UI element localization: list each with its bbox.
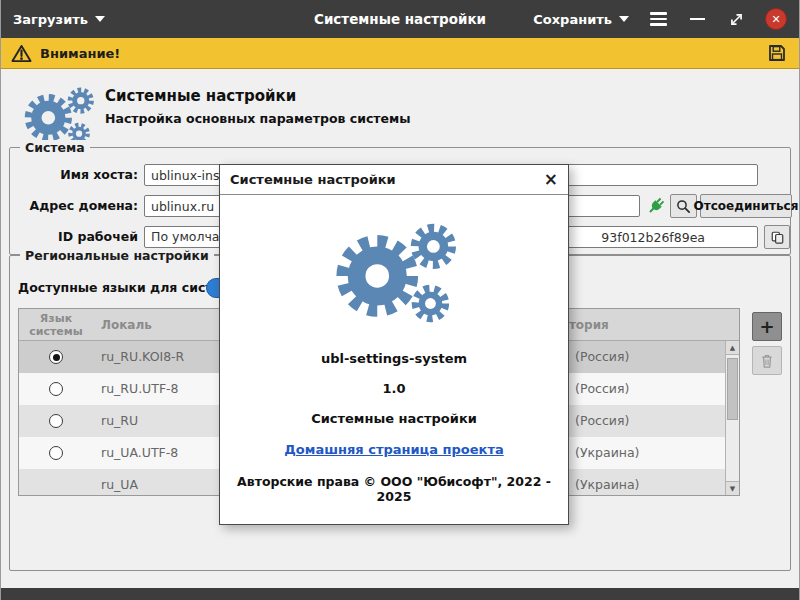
dialog-gears-icon <box>320 209 468 337</box>
warning-icon <box>11 44 32 63</box>
dialog-titlebar: Системные настройки × <box>220 165 568 195</box>
radio-button[interactable] <box>49 382 63 396</box>
radio-button[interactable] <box>49 414 63 428</box>
plug-connected-icon <box>647 197 665 215</box>
hamburger-icon <box>650 12 667 26</box>
delete-locale-button[interactable] <box>752 346 782 375</box>
minimize-icon <box>690 18 705 21</box>
floppy-icon <box>767 43 787 63</box>
radio-button[interactable] <box>49 350 63 364</box>
hostname-label: Имя хоста: <box>10 164 138 186</box>
titlebar: Загрузить Системные настройки Сохранить <box>1 0 799 38</box>
page-subtitle: Настройка основных параметров системы <box>105 111 411 126</box>
dialog-version: 1.0 <box>220 381 568 396</box>
menu-button[interactable] <box>648 9 668 29</box>
scrollbar-thumb[interactable] <box>727 358 738 420</box>
load-button-label: Загрузить <box>13 12 88 27</box>
chevron-down-icon <box>619 16 629 22</box>
add-locale-button[interactable]: + <box>752 312 782 341</box>
dialog-title: Системные настройки <box>230 172 396 187</box>
dialog-copyright: Авторские права © ООО "Юбисофт", 2022 - … <box>220 474 568 504</box>
plus-icon: + <box>759 316 774 337</box>
radio-cell <box>19 373 93 405</box>
dialog-app-title: Системные настройки <box>220 411 568 426</box>
disconnect-button[interactable]: Отсоединиться <box>700 194 792 218</box>
minimize-button[interactable] <box>687 9 707 29</box>
table-scrollbar[interactable]: ▲ ▼ <box>725 341 739 495</box>
save-button[interactable]: Сохранить <box>533 12 629 27</box>
homepage-link[interactable]: Домашняя страница проекта <box>284 442 503 457</box>
app-window: Загрузить Системные настройки Сохранить <box>0 0 800 600</box>
close-button[interactable]: ✕ <box>765 8 787 30</box>
copy-id-button[interactable] <box>764 225 790 249</box>
radio-button[interactable] <box>49 446 63 460</box>
load-button[interactable]: Загрузить <box>13 12 105 27</box>
disconnect-button-label: Отсоединиться <box>694 199 799 213</box>
dialog-close-button[interactable]: × <box>544 171 558 188</box>
about-dialog: Системные настройки × ubl-settings-syste… <box>219 164 569 525</box>
search-icon <box>676 199 691 214</box>
system-group-legend: Система <box>20 140 90 156</box>
dialog-app-name: ubl-settings-system <box>220 351 568 366</box>
radio-cell <box>19 437 93 469</box>
radio-cell <box>19 405 93 437</box>
scroll-down-arrow[interactable]: ▼ <box>726 481 739 495</box>
regional-group-legend: Региональные настройки <box>20 248 214 264</box>
save-button-label: Сохранить <box>533 12 612 27</box>
warning-bar: Внимание! <box>1 38 799 69</box>
domain-label: Адрес домена: <box>10 195 138 217</box>
copy-icon <box>770 230 785 245</box>
dialog-body: ubl-settings-system 1.0 Системные настро… <box>220 195 568 504</box>
column-header-system-language: Язык системы <box>19 309 93 340</box>
expand-icon <box>729 12 744 27</box>
window-title: Системные настройки <box>314 11 486 27</box>
radio-cell <box>19 341 93 373</box>
radio-cell <box>19 469 93 496</box>
chevron-down-icon <box>95 16 105 22</box>
close-icon: ✕ <box>771 13 780 26</box>
warning-text: Внимание! <box>40 46 120 61</box>
maximize-button[interactable] <box>726 9 746 29</box>
trash-icon <box>760 353 774 369</box>
save-file-button[interactable] <box>765 41 789 65</box>
page-title: Системные настройки <box>105 87 296 105</box>
bottom-bar <box>1 588 799 600</box>
scroll-up-arrow[interactable]: ▲ <box>726 341 739 355</box>
